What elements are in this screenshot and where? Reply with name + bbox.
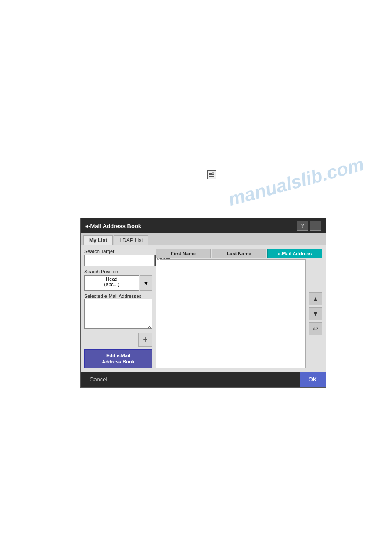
tab-my-list[interactable]: My List — [83, 235, 113, 245]
selected-addresses-label: Selected e-Mail Addresses — [84, 294, 152, 299]
address-list[interactable] — [156, 259, 306, 368]
back-icon: ↩ — [313, 325, 318, 332]
grid-button[interactable] — [310, 221, 321, 231]
list-nav-row: ▲ ▼ ↩ — [156, 259, 322, 368]
ok-button[interactable]: OK — [300, 372, 326, 387]
svg-rect-2 — [209, 176, 214, 177]
search-icon — [156, 258, 162, 264]
grid-icon — [313, 223, 319, 229]
position-dropdown-button[interactable]: ▼ — [140, 275, 152, 291]
col-header-email[interactable]: e-Mail Address — [267, 249, 322, 258]
down-arrow-icon: ▼ — [313, 310, 319, 317]
add-button[interactable]: + — [138, 333, 152, 347]
edit-book-label: Edit e-MailAddress Book — [102, 353, 135, 364]
plus-icon: + — [143, 335, 148, 345]
right-area: First Name Last Name e-Mail Address ▲ ▼ … — [156, 249, 322, 368]
cancel-button[interactable]: Cancel — [81, 372, 116, 387]
position-select[interactable]: Head(abc...) — [84, 275, 139, 291]
nav-up-button[interactable]: ▲ — [309, 292, 322, 305]
dropdown-icon: ▼ — [143, 279, 149, 287]
search-target-section: Search Target — [84, 249, 152, 266]
top-rule — [18, 32, 374, 32]
search-input[interactable] — [84, 255, 155, 266]
search-row — [84, 255, 152, 266]
up-arrow-icon: ▲ — [313, 295, 319, 302]
nav-buttons: ▲ ▼ ↩ — [309, 259, 322, 368]
dialog-title: e-Mail Address Book — [85, 223, 141, 229]
dialog-body: Search Target — [81, 245, 326, 372]
edit-address-book-button[interactable]: Edit e-MailAddress Book — [84, 349, 152, 368]
search-target-label: Search Target — [84, 249, 152, 254]
email-address-book-dialog: e-Mail Address Book ? My List LDAP List … — [80, 218, 326, 388]
search-position-section: Search Position Head(abc...) ▼ — [84, 269, 152, 291]
svg-rect-1 — [209, 174, 214, 175]
svg-rect-3 — [212, 172, 214, 174]
center-icon — [207, 170, 216, 179]
col-header-last-name[interactable]: Last Name — [212, 249, 266, 258]
tab-ldap-list[interactable]: LDAP List — [114, 235, 148, 245]
col-header-first-name[interactable]: First Name — [156, 249, 211, 258]
search-position-label: Search Position — [84, 269, 152, 274]
selected-addresses-box[interactable] — [84, 299, 152, 329]
selected-addresses-section: Selected e-Mail Addresses — [84, 294, 152, 330]
titlebar-icons: ? — [297, 221, 321, 231]
help-button[interactable]: ? — [297, 221, 308, 231]
watermark: manualslib.com — [226, 154, 366, 210]
column-headers: First Name Last Name e-Mail Address — [156, 249, 322, 258]
dialog-footer: Cancel OK — [81, 372, 326, 387]
nav-down-button[interactable]: ▼ — [309, 307, 322, 320]
position-value: Head(abc...) — [86, 276, 138, 287]
tabs-row: My List LDAP List — [81, 233, 326, 245]
nav-back-button[interactable]: ↩ — [309, 322, 322, 335]
left-panel: Search Target — [84, 249, 152, 368]
dialog-titlebar: e-Mail Address Book ? — [81, 218, 326, 233]
position-row: Head(abc...) ▼ — [84, 275, 152, 291]
add-btn-row: + — [84, 333, 152, 347]
